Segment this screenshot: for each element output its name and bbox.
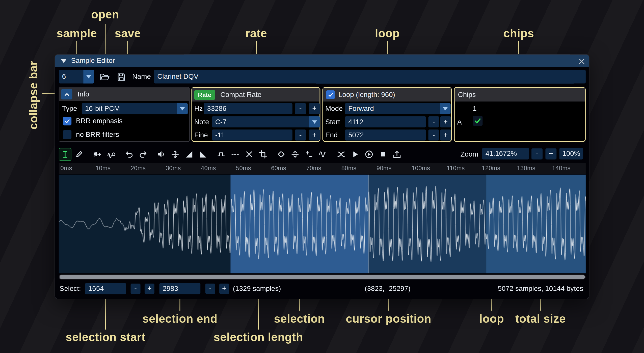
sample-number-select[interactable]: 6 bbox=[59, 70, 94, 84]
zoom-minus-button[interactable]: - bbox=[531, 148, 543, 160]
undo-button[interactable] bbox=[123, 148, 136, 160]
selection-start-plus-button[interactable]: + bbox=[145, 284, 154, 294]
apply-silence-button[interactable] bbox=[229, 148, 241, 160]
loop-end-minus-button[interactable]: - bbox=[428, 130, 439, 141]
selection-start-input[interactable]: 1654 bbox=[85, 283, 126, 294]
stop-preview-icon bbox=[379, 150, 387, 158]
name-label: Name bbox=[132, 71, 151, 82]
trim-icon bbox=[259, 150, 267, 158]
timeline-tick: 40ms bbox=[201, 164, 216, 171]
selection-start-minus-button[interactable]: - bbox=[131, 284, 141, 294]
annotation-chips: chips bbox=[503, 27, 534, 40]
note-select-caret[interactable] bbox=[309, 116, 320, 128]
scrollbar-thumb[interactable] bbox=[60, 275, 585, 279]
loop-mode-caret[interactable] bbox=[440, 103, 450, 114]
selection-start-value: 1654 bbox=[88, 285, 104, 293]
hz-minus-button[interactable]: - bbox=[295, 103, 306, 114]
sample-number-caret[interactable] bbox=[83, 70, 94, 84]
crossfade-loop-button[interactable] bbox=[335, 148, 347, 160]
redo-button[interactable] bbox=[137, 148, 149, 160]
selection-end-minus-button[interactable]: - bbox=[205, 284, 215, 294]
close-button[interactable] bbox=[578, 58, 585, 65]
collapse-window-triangle-icon[interactable] bbox=[61, 59, 67, 63]
trim-button[interactable] bbox=[257, 148, 269, 160]
brr-emphasis-checkbox[interactable] bbox=[63, 117, 71, 125]
collapse-info-button[interactable] bbox=[61, 89, 72, 99]
zoom-input[interactable]: 41.1672% bbox=[482, 148, 529, 160]
preview-selection-button[interactable] bbox=[363, 148, 375, 160]
type-select-caret[interactable] bbox=[177, 103, 187, 114]
waveform-display[interactable] bbox=[59, 175, 586, 273]
reverse-button[interactable] bbox=[275, 148, 287, 160]
insert-silence-button[interactable] bbox=[215, 148, 227, 160]
loop-end-plus-button[interactable]: + bbox=[440, 130, 451, 141]
note-select-value: C-7 bbox=[215, 118, 227, 126]
crossfade-loop-icon bbox=[337, 150, 345, 158]
fine-minus-button[interactable]: - bbox=[295, 130, 306, 141]
normalize-icon bbox=[171, 150, 179, 158]
resize-button[interactable] bbox=[91, 148, 103, 160]
timeline-tick: 80ms bbox=[341, 164, 356, 171]
invert-button[interactable] bbox=[289, 148, 301, 160]
fine-plus-button[interactable]: + bbox=[309, 130, 320, 141]
normalize-button[interactable] bbox=[169, 148, 181, 160]
chevron-down-icon bbox=[312, 120, 317, 123]
loop-start-input[interactable]: 4112 bbox=[345, 116, 426, 128]
save-button[interactable] bbox=[114, 71, 129, 83]
annotation-sample: sample bbox=[57, 27, 97, 40]
selection-end-input[interactable]: 2983 bbox=[159, 283, 200, 294]
annotation-collapse-bar: collapse bar bbox=[27, 61, 40, 130]
open-button[interactable] bbox=[97, 71, 112, 83]
note-select[interactable]: C-7 bbox=[212, 116, 320, 128]
selection-end-plus-button[interactable]: + bbox=[219, 284, 229, 294]
preview-button[interactable] bbox=[349, 148, 361, 160]
sample-editor-window: Sample Editor 6 Name Clarinet DQV bbox=[55, 55, 589, 299]
draw-mode-button[interactable] bbox=[73, 148, 85, 160]
open-folder-icon bbox=[100, 72, 110, 82]
fine-input[interactable]: -11 bbox=[212, 130, 292, 141]
zoom-reset-button[interactable]: 100% bbox=[559, 148, 583, 160]
no-brr-filters-checkbox[interactable] bbox=[63, 130, 71, 139]
stop-preview-button[interactable] bbox=[377, 148, 389, 160]
delete-button[interactable] bbox=[243, 148, 255, 160]
info-panel-title: Info bbox=[78, 90, 89, 98]
loop-start-value: 4112 bbox=[348, 118, 363, 126]
select-mode-button[interactable] bbox=[59, 148, 71, 160]
hz-input[interactable]: 33286 bbox=[204, 103, 292, 114]
import-icon bbox=[393, 150, 401, 158]
signed-unsigned-button[interactable] bbox=[303, 148, 315, 160]
draw-mode-icon bbox=[75, 150, 83, 158]
resample-button[interactable] bbox=[105, 148, 117, 160]
timeline-tick: 140ms bbox=[552, 164, 570, 171]
loop-enable-checkbox[interactable] bbox=[326, 90, 335, 99]
zoom-value: 41.1672% bbox=[486, 149, 517, 158]
waveform-scrollbar[interactable] bbox=[59, 274, 586, 280]
annotation-open: open bbox=[91, 8, 119, 21]
import-button[interactable] bbox=[391, 148, 403, 160]
screenshot-stage: open sample save rate loop chips collaps… bbox=[0, 0, 644, 353]
hz-label: Hz bbox=[194, 103, 203, 114]
loop-end-input[interactable]: 5072 bbox=[345, 130, 426, 141]
timeline-tick: 130ms bbox=[517, 164, 535, 171]
timeline-tick: 110ms bbox=[447, 164, 465, 171]
hz-plus-button[interactable]: + bbox=[309, 103, 320, 114]
chips-panel-header: Chips bbox=[455, 88, 585, 102]
chip-a-checkbox[interactable] bbox=[473, 116, 482, 126]
timeline-ruler[interactable]: 0ms10ms20ms30ms40ms50ms60ms70ms80ms90ms1… bbox=[59, 163, 586, 174]
zoom-plus-button[interactable]: + bbox=[545, 148, 556, 160]
amplify-button[interactable] bbox=[155, 148, 168, 160]
select-mode-icon bbox=[61, 150, 69, 158]
loop-mode-select[interactable]: Forward bbox=[345, 103, 450, 114]
timeline-tick: 90ms bbox=[377, 164, 392, 171]
fade-in-button[interactable] bbox=[183, 148, 195, 160]
cursor-position-text: (3823, -25297) bbox=[365, 283, 411, 294]
chips-panel: Chips 1 A bbox=[454, 87, 585, 142]
type-select[interactable]: 16-bit PCM bbox=[82, 103, 188, 114]
loop-start-plus-button[interactable]: + bbox=[440, 116, 451, 128]
name-input[interactable]: Clarinet DQV bbox=[154, 70, 586, 84]
preview-icon bbox=[351, 150, 359, 158]
fade-out-button[interactable] bbox=[197, 148, 209, 160]
apply-filter-button[interactable] bbox=[317, 148, 329, 160]
loop-start-minus-button[interactable]: - bbox=[428, 116, 439, 128]
window-titlebar[interactable]: Sample Editor bbox=[55, 55, 589, 67]
